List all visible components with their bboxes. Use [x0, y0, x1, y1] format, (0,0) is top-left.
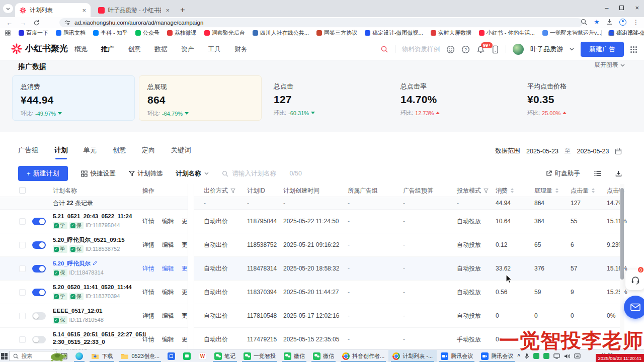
- mobile-device-icon[interactable]: [492, 45, 499, 54]
- expand-chart-button[interactable]: 展开图表: [594, 61, 625, 69]
- quick-settings-button[interactable]: 快捷设置: [81, 169, 116, 178]
- account-chevron-icon[interactable]: [570, 48, 574, 51]
- nav-item-创意[interactable]: 创意: [128, 45, 141, 54]
- taskbar-item-下载[interactable]: 下载: [87, 350, 117, 362]
- action-编辑[interactable]: 编辑: [162, 288, 174, 297]
- browser-menu-icon[interactable]: ⋮: [633, 19, 639, 26]
- sort-icon[interactable]: [592, 188, 595, 193]
- plan-toggle[interactable]: [32, 336, 46, 343]
- tab-定向[interactable]: 定向: [142, 146, 155, 159]
- row-checkbox[interactable]: [19, 242, 26, 248]
- back-button[interactable]: ←: [6, 19, 13, 27]
- select-all-checkbox[interactable]: [19, 187, 26, 194]
- taskbar-item-一觉智投[interactable]: 一觉智投: [239, 350, 280, 362]
- row-checkbox[interactable]: [19, 218, 26, 225]
- app-logo[interactable]: 小红书聚光: [11, 43, 68, 54]
- bookmark-item[interactable]: 小红书 - 你的生活...: [479, 29, 535, 37]
- taskbar-item-腾讯会议[interactable]: 腾讯会议: [437, 350, 477, 362]
- account-name[interactable]: 叶子品质游: [530, 45, 563, 54]
- plan-name[interactable]: 5.14_0515_20:51_0515_22:27_0515_2: [53, 331, 146, 338]
- new-plan-button[interactable]: + 新建计划: [18, 166, 68, 181]
- plan-name[interactable]: 5.20_呼伦贝尔_0521_09:15: [53, 236, 146, 244]
- bookmark-item[interactable]: 稿定设计-做图做视...: [365, 29, 423, 37]
- nav-item-推广[interactable]: 推广: [101, 45, 114, 54]
- monitor-assistant-button[interactable]: 盯盘助手: [546, 169, 580, 178]
- bookmark-item[interactable]: 洞察聚光后台: [204, 29, 245, 37]
- nav-item-财务[interactable]: 财务: [234, 45, 248, 54]
- tab-计划[interactable]: 计划: [54, 146, 68, 159]
- table-scrollbar-thumb[interactable]: [620, 188, 624, 280]
- taskbar-item-笔记[interactable]: 笔记: [210, 350, 239, 362]
- custom-columns-icon[interactable]: [594, 170, 601, 176]
- nav-item-概览[interactable]: 概览: [74, 45, 88, 54]
- action-编辑[interactable]: 编辑: [162, 335, 174, 344]
- bookmark-item[interactable]: 一觉醒来智慧运营v...: [542, 29, 601, 37]
- action-详情[interactable]: 详情: [142, 312, 154, 320]
- row-checkbox[interactable]: [19, 289, 26, 296]
- feedback-smiley-icon[interactable]: [446, 45, 455, 54]
- material-sample-link[interactable]: 物料资质样例: [402, 45, 440, 54]
- nav-item-资产[interactable]: 资产: [181, 45, 194, 54]
- minimize-button[interactable]: –: [605, 4, 608, 12]
- bookmark-item[interactable]: 百度一下: [19, 29, 48, 37]
- plan-toggle[interactable]: [32, 241, 46, 249]
- taskbar-item-抖音创作者...[interactable]: 抖音创作者...: [338, 350, 388, 362]
- tab-单元[interactable]: 单元: [84, 146, 97, 159]
- apps-grid-icon[interactable]: [5, 30, 11, 36]
- row-checkbox[interactable]: [19, 265, 26, 272]
- tab-广告组[interactable]: 广告组: [18, 146, 39, 159]
- column-header-clicks[interactable]: 点击量: [571, 184, 595, 197]
- taskbar-item[interactable]: [164, 350, 179, 362]
- reload-button[interactable]: [33, 20, 40, 26]
- tab-关键词[interactable]: 关键词: [171, 146, 192, 159]
- bookmark-item[interactable]: 荔枝微课: [167, 29, 197, 37]
- taskbar-item-计划列表 -...[interactable]: 计划列表 -...: [388, 350, 437, 362]
- calendar-icon[interactable]: [615, 148, 622, 155]
- action-详情[interactable]: 详情: [142, 241, 154, 249]
- plan-name[interactable]: 5.20_呼伦贝尔: [53, 260, 146, 267]
- tab-close-icon[interactable]: ×: [82, 7, 86, 14]
- taskbar-item[interactable]: [179, 350, 195, 362]
- taskbar-item-微信[interactable]: 微信: [309, 350, 338, 362]
- nav-item-数据[interactable]: 数据: [154, 45, 168, 54]
- plan-toggle[interactable]: [32, 218, 46, 225]
- browser-profile-icon[interactable]: [619, 19, 626, 26]
- all-bookmarks-button[interactable]: 所有书签: [601, 29, 639, 37]
- download-icon[interactable]: [606, 19, 613, 25]
- action-编辑[interactable]: 编辑: [162, 312, 174, 320]
- bookmark-item[interactable]: 网签三方协议: [316, 29, 357, 37]
- tab-创意[interactable]: 创意: [113, 146, 126, 159]
- date-from[interactable]: 2025-05-23: [526, 148, 558, 155]
- plan-filter-button[interactable]: 计划筛选: [129, 169, 163, 178]
- plan-toggle[interactable]: [32, 265, 46, 273]
- taskbar-item[interactable]: W: [195, 350, 210, 362]
- bookmark-item[interactable]: 实时大屏数据: [431, 29, 471, 37]
- date-to[interactable]: 2025-05-23: [577, 148, 609, 155]
- bookmark-item[interactable]: 李科 - 知乎: [93, 29, 128, 37]
- column-header-bid[interactable]: 出价方式: [204, 184, 235, 197]
- edit-pencil-icon[interactable]: [93, 260, 98, 265]
- close-window-button[interactable]: ×: [635, 4, 639, 12]
- plan-name[interactable]: EEEE_0517_12:01: [53, 307, 146, 315]
- plan-toggle[interactable]: [32, 289, 46, 296]
- bookmark-star-icon[interactable]: ★: [594, 18, 600, 26]
- column-header-cost[interactable]: 消费: [496, 184, 514, 197]
- bookmark-item[interactable]: 四川人社在线公共...: [253, 29, 309, 37]
- taskbar-item-微信[interactable]: 微信: [280, 350, 309, 362]
- help-icon[interactable]: ?: [461, 45, 470, 54]
- message-button[interactable]: [624, 296, 644, 319]
- browser-tab[interactable]: 计划列表×: [15, 3, 91, 17]
- plan-name-select[interactable]: 计划名称: [176, 169, 209, 178]
- action-详情[interactable]: 详情: [142, 335, 154, 344]
- row-checkbox[interactable]: [19, 336, 26, 343]
- filter-icon[interactable]: [230, 188, 235, 193]
- sort-icon[interactable]: [555, 188, 558, 193]
- row-checkbox[interactable]: [19, 313, 26, 319]
- apps-launcher-icon[interactable]: [630, 46, 637, 53]
- search-icon[interactable]: [380, 45, 388, 53]
- plan-search-input[interactable]: [231, 169, 287, 177]
- sort-icon[interactable]: [511, 188, 514, 193]
- site-settings-icon[interactable]: [64, 20, 70, 26]
- url-bar[interactable]: ad.xiaohongshu.com/aurora/ad/manage/camp…: [59, 18, 583, 27]
- column-header-mode[interactable]: 投放模式: [457, 184, 489, 197]
